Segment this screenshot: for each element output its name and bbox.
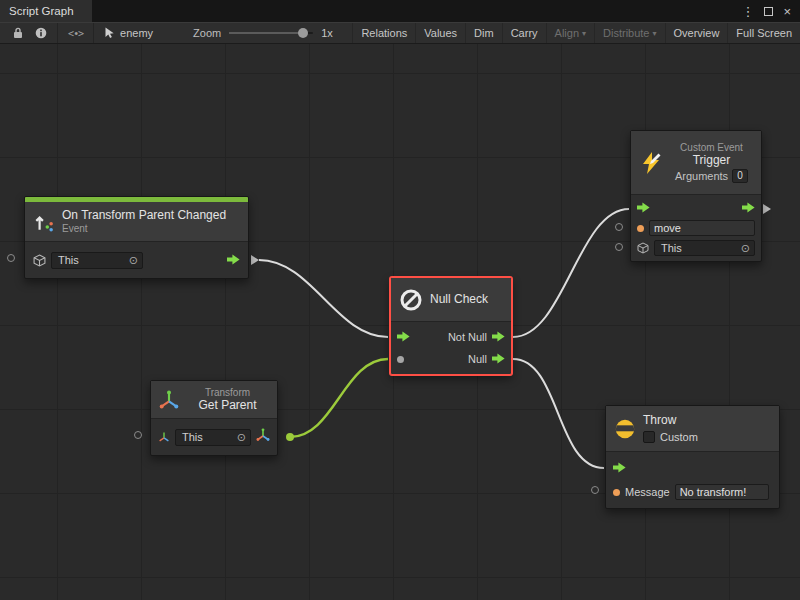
string-input-port[interactable] [613,489,620,496]
node-trigger-custom-event[interactable]: Custom Event Trigger Arguments 0 [630,130,762,262]
more-menu-icon[interactable]: ⋮ [741,4,754,19]
transform-input-port[interactable] [158,431,170,443]
maximize-icon[interactable] [764,7,773,16]
custom-checkbox[interactable] [643,431,655,443]
event-name-value: move [654,222,681,234]
toolbar-button-values[interactable]: Values [415,23,465,43]
message-label: Message [625,486,670,498]
node-title: Get Parent [198,399,256,413]
this-object-value: This [180,431,234,443]
tab-title: Script Graph [9,5,74,17]
arguments-label: Arguments [675,170,728,182]
custom-event-icon [639,151,663,175]
transform-icon [159,390,179,410]
zoom-slider[interactable] [229,32,313,34]
tab-bar-spacer [92,0,733,22]
this-object-value: This [659,242,738,254]
toolbar-separator [93,23,94,43]
this-object-field[interactable]: This ⊙ [654,240,755,256]
node-title: Null Check [430,293,488,307]
node-null-check[interactable]: Null Check Not Null Null [390,277,512,375]
flow-input-port[interactable] [613,459,626,477]
value-input-port[interactable] [397,356,404,363]
value-input-stub[interactable] [591,486,599,494]
object-picker-icon[interactable]: ⊙ [741,243,750,254]
null-check-icon [399,288,423,312]
toolbar-button-overview[interactable]: Overview [665,23,728,43]
zoom-slider-fill [229,32,303,34]
toolbar-button-fullscreen[interactable]: Full Screen [727,23,800,43]
port-label-not-null: Not Null [448,331,487,343]
value-input-stub[interactable] [615,223,623,231]
node-title: Trigger [693,154,731,168]
event-name-field[interactable]: move [649,220,755,236]
throw-exception-icon [614,418,636,440]
wire-null-to-throw[interactable] [513,359,604,468]
port-label-null: Null [468,353,487,365]
node-title: Throw [643,414,698,428]
graph-toolbar: <∙> enemy Zoom 1x Relations Values Dim C… [0,22,800,44]
value-input-stub[interactable] [7,254,15,262]
node-get-parent[interactable]: Transform Get Parent This ⊙ [150,380,278,456]
toolbar-button-carry[interactable]: Carry [502,23,546,43]
this-object-field[interactable]: This ⊙ [51,252,143,269]
toolbar-buttons: Relations Values Dim Carry Align ▾ Distr… [352,23,800,43]
close-icon[interactable]: × [783,4,791,19]
wire-notnull-to-trigger[interactable] [513,209,629,337]
message-field[interactable]: No transform! [675,484,769,500]
object-picker-icon[interactable]: ⊙ [237,432,246,443]
transform-event-icon [33,211,55,233]
object-picker-icon[interactable]: ⊙ [129,255,138,266]
graph-asset-icon [104,27,115,39]
value-wire-endpoint[interactable] [286,433,294,441]
this-object-value: This [56,254,126,266]
chevron-down-icon: ▾ [582,29,586,38]
tab-bar: Script Graph ⋮ × [0,0,800,22]
flow-output-port[interactable] [227,251,240,269]
graph-canvas[interactable]: On Transform Parent Changed Event This ⊙ [0,44,800,600]
flow-output-port[interactable] [742,199,755,217]
graph-name: enemy [98,27,159,39]
wire-event-to-nullcheck[interactable] [259,260,388,337]
toolbar-button-distribute[interactable]: Distribute ▾ [594,23,664,43]
toolbar-button-relations[interactable]: Relations [352,23,415,43]
toolbar-button-distribute-label: Distribute [603,27,649,39]
arguments-count-field[interactable]: 0 [732,169,748,183]
toolbar-button-align-label: Align [555,27,579,39]
toolbar-button-align[interactable]: Align ▾ [546,23,594,43]
flow-input-port[interactable] [637,199,650,217]
zoom-slider-handle[interactable] [298,28,308,38]
info-icon[interactable] [29,23,53,43]
string-input-port[interactable] [637,225,644,232]
node-category: Transform [205,387,250,398]
zoom-value: 1x [321,27,333,39]
flow-output-port-null[interactable] [492,350,505,368]
value-input-stub[interactable] [134,431,142,439]
flow-connection-arrow[interactable] [251,255,259,265]
transform-output-port[interactable] [256,428,270,446]
wire-getparent-to-nullcheck[interactable] [290,359,388,437]
node-throw[interactable]: Throw Custom Message No transform! [605,405,780,509]
flow-output-port-not-null[interactable] [492,328,505,346]
node-subtitle: Event [62,223,226,234]
gameobject-cube-icon[interactable] [33,254,46,267]
chevron-down-icon: ▾ [653,29,657,38]
code-icon[interactable]: <∙> [62,23,89,43]
node-category: Custom Event [680,142,743,153]
flow-input-port[interactable] [397,328,410,346]
graph-name-label: enemy [120,27,153,39]
window-controls: ⋮ × [732,0,800,22]
node-on-transform-parent-changed[interactable]: On Transform Parent Changed Event This ⊙ [24,196,249,279]
zoom-label: Zoom [193,27,221,39]
tab-script-graph[interactable]: Script Graph [0,0,92,22]
flow-output-stub[interactable] [763,204,771,214]
toolbar-separator [57,23,58,43]
node-title: On Transform Parent Changed [62,209,226,223]
message-value: No transform! [680,486,747,498]
custom-checkbox-label: Custom [660,431,698,443]
this-object-field[interactable]: This ⊙ [175,429,251,446]
lock-icon[interactable] [7,23,29,43]
value-input-stub[interactable] [615,243,623,251]
gameobject-cube-icon[interactable] [637,242,649,254]
toolbar-button-dim[interactable]: Dim [465,23,502,43]
